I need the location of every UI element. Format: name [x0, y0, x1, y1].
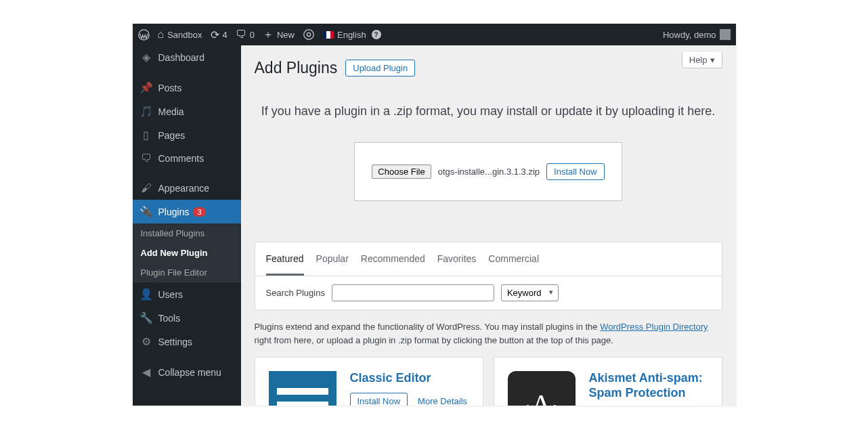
tab-popular[interactable]: Popular: [316, 242, 349, 276]
comments-link[interactable]: 🗨0: [236, 28, 255, 41]
plugins-submenu: Installed Plugins Add New Plugin Plugin …: [133, 223, 241, 282]
user-icon: 👤: [139, 288, 153, 301]
tabs: Featured Popular Recommended Favorites C…: [255, 242, 722, 276]
filter-bar: Featured Popular Recommended Favorites C…: [255, 242, 722, 310]
plugin-cards: Classic Editor Install Now More Details …: [255, 357, 722, 406]
submenu-plugin-editor[interactable]: Plugin File Editor: [133, 263, 241, 282]
menu-settings[interactable]: ⚙Settings: [133, 330, 241, 353]
menu-plugins[interactable]: 🔌Plugins3: [133, 200, 241, 223]
upload-plugin-button[interactable]: Upload Plugin: [345, 60, 415, 77]
admin-sidebar: ◈Dashboard 📌Posts 🎵Media ▯Pages 🗨Comment…: [133, 45, 241, 406]
menu-dashboard[interactable]: ◈Dashboard: [133, 45, 241, 69]
wpml-icon[interactable]: [303, 28, 315, 41]
menu-posts[interactable]: 📌Posts: [133, 76, 241, 100]
classic-editor-icon: [269, 371, 337, 406]
wp-logo[interactable]: [138, 29, 150, 41]
submenu-installed-plugins[interactable]: Installed Plugins: [133, 223, 241, 243]
choose-file-button[interactable]: Choose File: [372, 165, 431, 179]
uk-flag-icon: [323, 31, 334, 39]
install-now-button[interactable]: Install Now: [350, 393, 408, 406]
help-tab[interactable]: Help▾: [682, 52, 722, 68]
user-greeting[interactable]: Howdy, demo: [663, 29, 731, 40]
avatar-icon: [720, 29, 731, 40]
upload-box: Choose File otgs-installe...gin.3.1.3.zi…: [354, 142, 622, 201]
search-label: Search Plugins: [266, 288, 325, 298]
pin-icon: 📌: [139, 81, 153, 94]
plugin-title[interactable]: Classic Editor: [350, 371, 469, 386]
home-icon: ⌂: [158, 28, 165, 41]
menu-appearance[interactable]: 🖌Appearance: [133, 177, 241, 200]
comment-icon: 🗨: [139, 152, 153, 165]
site-name[interactable]: ⌂Sandbox: [158, 28, 202, 41]
new-content[interactable]: ＋New: [263, 28, 295, 42]
help-circle-icon: ?: [372, 30, 381, 39]
dashboard-icon: ◈: [139, 51, 153, 64]
media-icon: 🎵: [139, 105, 153, 118]
search-type-select[interactable]: Keyword: [501, 284, 559, 301]
tab-recommended[interactable]: Recommended: [361, 242, 425, 276]
menu-collapse[interactable]: ◀Collapse menu: [133, 360, 241, 384]
directory-description: Plugins extend and expand the functional…: [255, 320, 722, 347]
sliders-icon: ⚙: [139, 335, 153, 348]
upload-panel: If you have a plugin in a .zip format, y…: [255, 84, 722, 228]
akismet-icon: ·A·: [508, 371, 576, 406]
svg-point-1: [304, 30, 313, 39]
install-now-button[interactable]: Install Now: [546, 163, 605, 180]
svg-point-2: [307, 33, 310, 36]
menu-comments[interactable]: 🗨Comments: [133, 147, 241, 170]
menu-users[interactable]: 👤Users: [133, 282, 241, 306]
updates-link[interactable]: ⟳4: [211, 28, 227, 41]
plugin-title[interactable]: Akismet Anti-spam: Spam Protection: [589, 371, 708, 400]
page-icon: ▯: [139, 129, 153, 142]
menu-pages[interactable]: ▯Pages: [133, 123, 241, 147]
wordpress-admin: ⌂Sandbox ⟳4 🗨0 ＋New English? Howdy, demo…: [133, 24, 736, 406]
menu-media[interactable]: 🎵Media: [133, 100, 241, 123]
plus-icon: ＋: [263, 28, 274, 42]
refresh-icon: ⟳: [211, 28, 219, 41]
comment-icon: 🗨: [236, 28, 246, 41]
more-details-link[interactable]: More Details: [418, 396, 467, 406]
wrench-icon: 🔧: [139, 311, 153, 324]
search-input[interactable]: [332, 284, 494, 301]
tab-featured[interactable]: Featured: [266, 242, 304, 276]
upload-instructions: If you have a plugin in a .zip format, y…: [255, 104, 722, 118]
tab-commercial[interactable]: Commercial: [488, 242, 539, 276]
plugin-card-akismet: ·A· Akismet Anti-spam: Spam Protection I…: [494, 357, 722, 406]
brush-icon: 🖌: [139, 182, 153, 194]
menu-tools[interactable]: 🔧Tools: [133, 306, 241, 330]
selected-file-name: otgs-installe...gin.3.1.3.zip: [438, 167, 540, 177]
collapse-icon: ◀: [139, 366, 153, 379]
admin-bar: ⌂Sandbox ⟳4 🗨0 ＋New English? Howdy, demo: [133, 24, 736, 45]
tab-favorites[interactable]: Favorites: [437, 242, 477, 276]
plugin-card-classic-editor: Classic Editor Install Now More Details …: [255, 357, 483, 406]
plugin-directory-link[interactable]: WordPress Plugin Directory: [600, 322, 708, 332]
content-area: Help▾ Add Plugins Upload Plugin If you h…: [241, 45, 736, 406]
plugins-badge: 3: [193, 207, 205, 217]
submenu-add-new[interactable]: Add New Plugin: [133, 243, 241, 263]
plug-icon: 🔌: [139, 205, 153, 218]
chevron-down-icon: ▾: [710, 55, 715, 65]
page-title: Add Plugins: [255, 59, 338, 77]
language-switcher[interactable]: English?: [323, 30, 381, 40]
